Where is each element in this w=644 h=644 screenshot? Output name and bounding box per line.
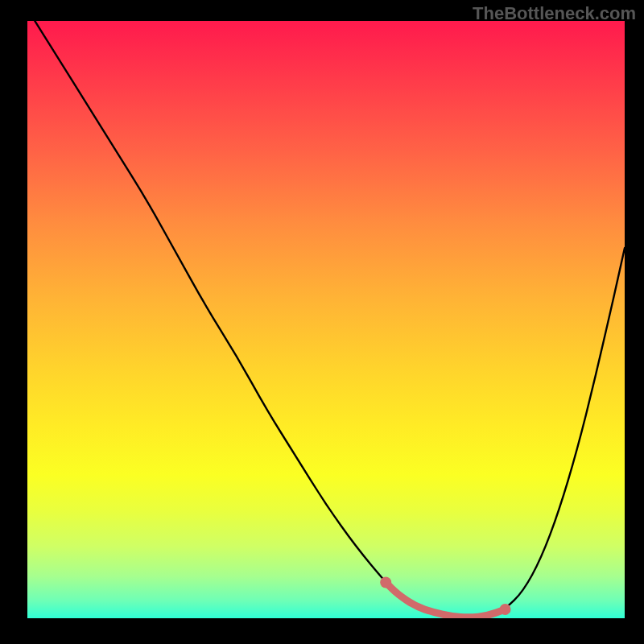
- bottleneck-curve: [27, 21, 625, 617]
- chart-svg: [27, 21, 625, 618]
- watermark-text: TheBottleneck.com: [473, 3, 636, 24]
- valley-dot-left: [380, 577, 391, 588]
- valley-dot-right: [500, 604, 511, 615]
- valley-highlight: [386, 583, 505, 617]
- chart-plot-area: [27, 21, 625, 618]
